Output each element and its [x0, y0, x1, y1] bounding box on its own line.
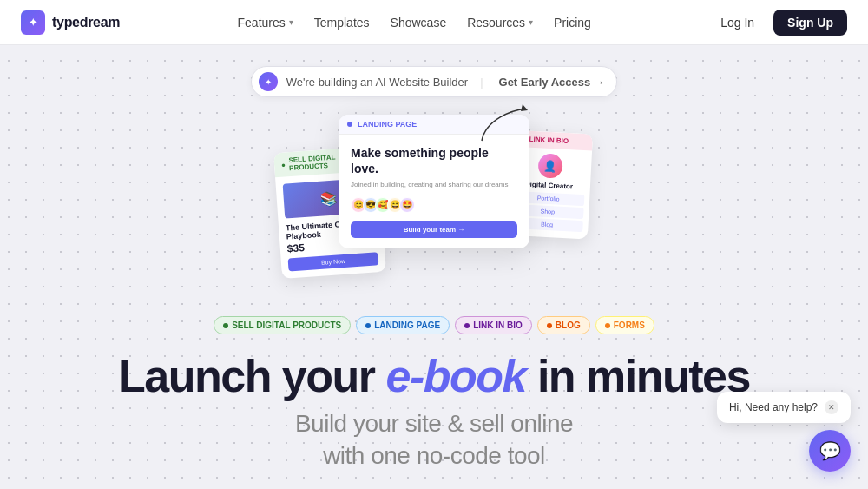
chat-message-text: Hi, Need any help?	[729, 401, 818, 413]
chat-widget: Hi, Need any help? ✕ 💬	[717, 392, 851, 472]
banner-icon: ✦	[259, 72, 278, 91]
landing-title: Make something people love.	[351, 145, 517, 176]
signup-button[interactable]: Sign Up	[773, 10, 847, 36]
chat-message-bubble: Hi, Need any help? ✕	[717, 392, 851, 423]
svg-marker-0	[521, 104, 528, 111]
nav-actions: Log In Sign Up	[708, 10, 847, 36]
decorative-arrow	[477, 102, 529, 145]
chevron-down-icon: ▾	[529, 17, 533, 27]
announcement-banner[interactable]: ✦ We're building an AI Website Builder |…	[251, 66, 618, 97]
nav-links: Features ▾ Templates Showcase Resources …	[229, 10, 600, 35]
hero-images: ● SELL DIGITAL PRODUCTS 📚 The Ultimate C…	[278, 115, 590, 306]
avatar: 🤩	[399, 197, 415, 213]
avatar-group: 😊 😎 🥰 😄 🤩	[351, 197, 517, 213]
banner-text: We're building an AI Website Builder	[286, 76, 468, 89]
dot-icon	[464, 323, 470, 328]
dot-icon	[347, 122, 352, 127]
dot-icon	[223, 323, 228, 328]
tag-bio[interactable]: LINK IN BIO	[455, 316, 532, 334]
tag-landing[interactable]: LANDING PAGE	[356, 316, 450, 334]
build-team-button[interactable]: Build your team →	[351, 221, 517, 238]
logo-text: typedream	[52, 15, 120, 30]
banner-cta[interactable]: Get Early Access →	[499, 76, 605, 89]
dot-icon	[547, 323, 552, 328]
dot-icon	[605, 323, 610, 328]
close-icon[interactable]: ✕	[825, 400, 838, 414]
navbar: ✦ typedream Features ▾ Templates Showcas…	[0, 0, 868, 45]
nav-pricing[interactable]: Pricing	[545, 10, 600, 35]
logo[interactable]: ✦ typedream	[21, 10, 120, 35]
chat-open-button[interactable]: 💬	[809, 430, 851, 472]
chat-icon: 💬	[819, 440, 841, 461]
chevron-down-icon: ▾	[289, 17, 293, 27]
hero-text: Launch your e-book in minutes Build your…	[118, 352, 750, 472]
dot-icon	[365, 323, 371, 328]
nav-features[interactable]: Features ▾	[229, 10, 302, 35]
tag-sell[interactable]: SELL DIGITAL PRODUCTS	[214, 316, 351, 334]
accent-text: e-book	[386, 351, 526, 401]
hero-subheading: Build your site & sell online with one n…	[118, 408, 750, 472]
product-buy-button[interactable]: Buy Now	[288, 252, 379, 271]
nav-resources[interactable]: Resources ▾	[458, 10, 542, 35]
tag-forms[interactable]: FORMS	[595, 316, 654, 334]
logo-icon: ✦	[21, 10, 45, 35]
nav-showcase[interactable]: Showcase	[382, 10, 456, 35]
nav-templates[interactable]: Templates	[306, 10, 378, 35]
tag-blog[interactable]: BLOG	[537, 316, 590, 334]
landing-card-body: Make something people love. Joined in bu…	[339, 135, 529, 248]
dot-icon: ●	[281, 161, 286, 169]
feature-tags: SELL DIGITAL PRODUCTS LANDING PAGE LINK …	[214, 316, 654, 334]
bio-avatar: 👤	[537, 153, 562, 178]
hero-heading: Launch your e-book in minutes	[118, 352, 750, 401]
login-button[interactable]: Log In	[708, 10, 766, 36]
landing-subtitle: Joined in building, creating and sharing…	[351, 180, 517, 189]
